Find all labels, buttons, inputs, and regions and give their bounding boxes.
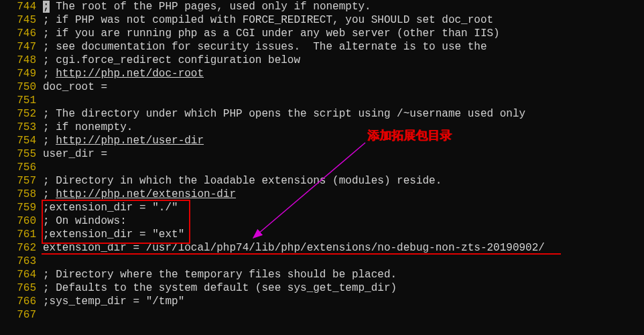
line-number: 764 xyxy=(0,268,43,281)
code-line[interactable]: 744; The root of the PHP pages, used onl… xyxy=(0,0,644,13)
line-number: 763 xyxy=(0,255,43,268)
code-text[interactable]: ; http://php.net/extension-dir xyxy=(43,188,236,201)
line-number: 759 xyxy=(0,201,43,214)
line-number: 752 xyxy=(0,107,43,121)
line-number: 756 xyxy=(0,161,43,174)
code-text[interactable]: ;sys_temp_dir = "/tmp" xyxy=(43,295,184,308)
code-line[interactable]: 766;sys_temp_dir = "/tmp" xyxy=(0,295,644,308)
code-text[interactable]: ; Defaults to the system default (see sy… xyxy=(43,281,397,295)
code-line[interactable]: 751 xyxy=(0,94,644,107)
line-number: 744 xyxy=(0,0,43,13)
line-number: 761 xyxy=(0,228,43,241)
code-text[interactable]: ; The directory under which PHP opens th… xyxy=(43,107,525,121)
line-number: 748 xyxy=(0,54,43,67)
code-line[interactable]: 748; cgi.force_redirect configuration be… xyxy=(0,54,644,67)
code-line[interactable]: 754; http://php.net/user-dir xyxy=(0,134,644,147)
code-line[interactable]: 755user_dir = xyxy=(0,147,644,161)
code-line[interactable]: 763 xyxy=(0,255,644,268)
code-text[interactable]: ; The root of the PHP pages, used only i… xyxy=(43,0,371,13)
line-number: 746 xyxy=(0,27,43,40)
code-line[interactable]: 767 xyxy=(0,308,644,322)
code-line[interactable]: 757; Directory in which the loadable ext… xyxy=(0,174,644,188)
code-line[interactable]: 760; On windows: xyxy=(0,214,644,228)
code-text[interactable]: ; http://php.net/doc-root xyxy=(43,67,204,80)
line-number: 754 xyxy=(0,134,43,147)
line-number: 762 xyxy=(0,241,43,255)
code-text[interactable]: ; if PHP was not compiled with FORCE_RED… xyxy=(43,13,493,27)
code-line[interactable]: 749; http://php.net/doc-root xyxy=(0,67,644,80)
code-line[interactable]: 762extension_dir = /usr/local/php74/lib/… xyxy=(0,241,644,255)
code-line[interactable]: 747; see documentation for security issu… xyxy=(0,40,644,54)
line-number: 760 xyxy=(0,214,43,228)
line-number: 751 xyxy=(0,94,43,107)
code-text[interactable]: ; http://php.net/user-dir xyxy=(43,134,204,147)
code-text[interactable]: ; if you are running php as a CGI under … xyxy=(43,27,500,40)
line-number: 765 xyxy=(0,281,43,295)
code-line[interactable]: 765; Defaults to the system default (see… xyxy=(0,281,644,295)
code-line[interactable]: 758; http://php.net/extension-dir xyxy=(0,188,644,201)
code-line[interactable]: 745; if PHP was not compiled with FORCE_… xyxy=(0,13,644,27)
code-line[interactable]: 753; if nonempty. xyxy=(0,121,644,134)
line-number: 749 xyxy=(0,67,43,80)
code-line[interactable]: 759;extension_dir = "./" xyxy=(0,201,644,214)
code-line[interactable]: 750doc_root = xyxy=(0,80,644,94)
code-editor[interactable]: 744; The root of the PHP pages, used onl… xyxy=(0,0,644,322)
code-line[interactable]: 756 xyxy=(0,161,644,174)
line-number: 758 xyxy=(0,188,43,201)
code-line[interactable]: 761;extension_dir = "ext" xyxy=(0,228,644,241)
line-number: 757 xyxy=(0,174,43,188)
code-text[interactable]: ; Directory in which the loadable extens… xyxy=(43,174,442,188)
code-line[interactable]: 752; The directory under which PHP opens… xyxy=(0,107,644,121)
code-text[interactable]: ; On windows: xyxy=(43,214,127,228)
code-text[interactable]: extension_dir = /usr/local/php74/lib/php… xyxy=(43,241,545,255)
line-number: 753 xyxy=(0,121,43,134)
code-text[interactable]: ; Directory where the temporary files sh… xyxy=(43,268,397,281)
code-line[interactable]: 764; Directory where the temporary files… xyxy=(0,268,644,281)
line-number: 747 xyxy=(0,40,43,54)
line-number: 766 xyxy=(0,295,43,308)
code-text[interactable]: ;extension_dir = "ext" xyxy=(43,228,184,241)
line-number: 767 xyxy=(0,308,43,322)
line-number: 750 xyxy=(0,80,43,94)
code-text[interactable]: doc_root = xyxy=(43,80,107,94)
code-text[interactable]: user_dir = xyxy=(43,147,107,161)
line-number: 745 xyxy=(0,13,43,27)
code-text[interactable]: ; if nonempty. xyxy=(43,121,133,134)
line-number: 755 xyxy=(0,147,43,161)
code-line[interactable]: 746; if you are running php as a CGI und… xyxy=(0,27,644,40)
code-text[interactable]: ;extension_dir = "./" xyxy=(43,201,178,214)
code-text[interactable]: ; see documentation for security issues.… xyxy=(43,40,487,54)
code-text[interactable]: ; cgi.force_redirect configuration below xyxy=(43,54,300,67)
